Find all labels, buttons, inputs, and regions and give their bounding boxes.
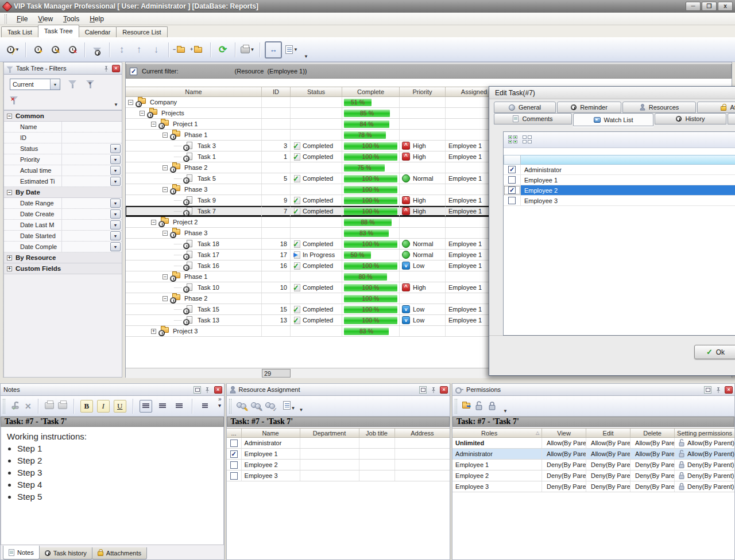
resource-row[interactable]: ✓Employee 2 [227, 460, 450, 470]
supervisor-checkbox[interactable]: ✓ [508, 166, 516, 173]
column-header-name[interactable]: Name [242, 429, 300, 437]
tab-attachments[interactable]: Attachments [92, 547, 147, 559]
chevron-down-icon[interactable]: ▼ [110, 220, 121, 230]
delete-task-icon[interactable]: ✕ [65, 42, 80, 58]
tab-resource-list[interactable]: Resource List [116, 26, 167, 37]
restore-panel-icon[interactable] [194, 386, 201, 394]
collapse-icon[interactable]: − [163, 133, 168, 138]
italic-button[interactable]: I [97, 400, 110, 413]
new-task-icon[interactable]: ╱▼ [6, 42, 21, 58]
chevron-down-icon[interactable]: ▼ [110, 231, 121, 240]
permission-cell[interactable]: Allow(By Parent) [675, 449, 734, 459]
filter-row-date-range[interactable]: Date Range▼ [4, 198, 122, 209]
permission-cell[interactable]: Deny(By Parent) [542, 460, 586, 470]
expand-all-icon[interactable]: + [191, 42, 206, 58]
toolbar-overflow-icon[interactable]: ▼ [299, 407, 304, 413]
supervisor-row[interactable]: ✓Employee 1 [504, 175, 735, 185]
permission-cell[interactable]: Deny(By Parent) [675, 470, 734, 481]
supervisor-row[interactable]: ✓Employee 2 [504, 185, 735, 196]
column-header-edit[interactable]: Edit [586, 429, 630, 437]
column-header-view[interactable]: View [542, 429, 586, 437]
menu-view[interactable]: View [33, 13, 58, 25]
expand-icon[interactable]: + [151, 329, 156, 334]
supervisor-checkbox[interactable]: ✓ [508, 176, 516, 184]
close-icon[interactable]: × [440, 386, 448, 394]
tab-task-list[interactable]: Task List [1, 26, 38, 37]
collapse-icon[interactable]: − [163, 274, 168, 279]
current-filter-checkbox[interactable]: ✓ [130, 68, 137, 75]
tab-general[interactable]: General [494, 102, 556, 113]
expand-icon[interactable]: + [7, 255, 12, 260]
toolbar-overflow-icon[interactable]: ▼ [304, 54, 308, 59]
permission-cell[interactable]: Deny(By Parent) [630, 470, 675, 481]
close-icon[interactable]: × [725, 386, 733, 394]
permission-cell[interactable]: Deny(By Parent) [586, 481, 630, 492]
save-filter-icon[interactable]: ▾ [86, 79, 94, 86]
filter-group-header[interactable]: −By Date [4, 187, 122, 198]
chevron-down-icon[interactable]: ▼ [110, 155, 121, 164]
copy-permissions-icon[interactable]: ➥ [462, 403, 470, 410]
filter-toolbar-overflow-icon[interactable]: ▼ [114, 102, 118, 107]
pin-icon[interactable] [204, 386, 211, 394]
column-header-delete[interactable]: Delete [630, 429, 675, 437]
supervisor-checkbox[interactable]: ✓ [508, 197, 516, 204]
tab-attachments[interactable]: Attachments [697, 102, 735, 113]
filter-group-header[interactable]: +By Resource [4, 252, 122, 263]
collapse-icon[interactable]: − [163, 165, 168, 170]
new-subtask-icon[interactable]: ✦ [30, 42, 45, 58]
permission-cell[interactable]: Allow(By Parent) [630, 449, 675, 459]
notes-content[interactable]: Working instructions: Step 1Step 2Step 3… [1, 427, 224, 545]
filter-tasks-icon[interactable] [90, 42, 105, 58]
delete-note-icon[interactable]: ✕ [25, 402, 32, 411]
expand-icon[interactable]: + [7, 266, 12, 271]
supervisor-checkbox[interactable]: ✓ [508, 186, 516, 194]
align-right-icon[interactable] [173, 400, 185, 413]
permission-row[interactable]: AdministratorAllow(By Parent)Allow(By Pa… [452, 449, 734, 460]
tab-comments[interactable]: Comments [494, 113, 572, 125]
pin-icon[interactable] [714, 386, 722, 394]
collapse-all-icon[interactable]: − [173, 42, 188, 58]
permission-cell[interactable]: Deny(By Parent) [630, 460, 675, 470]
check-all-icon[interactable] [508, 135, 518, 144]
move-up-icon[interactable]: ↑ [131, 42, 146, 58]
menu-file[interactable]: File [11, 13, 33, 25]
column-header-complete[interactable]: Complete [342, 87, 400, 96]
align-center-icon[interactable] [156, 400, 169, 413]
bullet-list-icon[interactable] [199, 400, 211, 413]
restore-button[interactable]: ❐ [702, 2, 717, 11]
collapse-icon[interactable]: − [163, 296, 168, 301]
bold-button[interactable]: B [80, 400, 93, 413]
filter-row-name[interactable]: Name [4, 122, 122, 133]
permission-cell[interactable]: Deny(By Parent) [542, 470, 586, 481]
chevron-down-icon[interactable]: ▼ [110, 199, 121, 208]
print-preview-icon[interactable] [45, 402, 54, 410]
collapse-icon[interactable]: − [151, 122, 156, 127]
column-header-roles[interactable]: Roles△ [452, 429, 542, 437]
permission-row[interactable]: Employee 1Deny(By Parent)Deny(By Parent)… [452, 460, 734, 470]
tab-task-tree[interactable]: Task Tree [38, 25, 79, 37]
pin-icon[interactable] [102, 65, 110, 72]
tab-notes[interactable]: Notes [3, 546, 40, 559]
chevron-down-icon[interactable]: ▼ [50, 79, 60, 90]
edit-task-icon[interactable]: ✎ [48, 42, 63, 58]
supervisor-row[interactable]: ✓Administrator [504, 165, 735, 175]
tab-history[interactable]: History [655, 113, 726, 125]
permission-cell[interactable]: Allow(By Parent) [630, 438, 675, 448]
approve-note-icon[interactable] [10, 401, 21, 411]
filter-row-date-comple[interactable]: Date Comple▼ [4, 242, 122, 252]
chevron-down-icon[interactable]: ▼ [110, 166, 121, 175]
toolbar-overflow-icon[interactable]: ▼ [503, 409, 508, 414]
column-header-id[interactable]: ID [262, 87, 291, 96]
filter-preset-select[interactable]: Current▼ [10, 79, 60, 90]
filter-row-date-create[interactable]: Date Create▼ [4, 209, 122, 220]
edit-assignment-icon[interactable]: ✎ [251, 402, 261, 410]
chevron-down-icon[interactable]: ▼ [110, 144, 121, 153]
permission-cell[interactable]: Deny(By Parent) [675, 481, 734, 492]
print-note-icon[interactable] [58, 402, 67, 410]
permission-cell[interactable]: Deny(By Parent) [542, 481, 586, 492]
resource-checkbox[interactable]: ✓ [230, 440, 238, 447]
permission-cell[interactable]: Deny(By Parent) [586, 460, 630, 470]
chevron-down-icon[interactable]: ▼ [110, 209, 121, 219]
restore-panel-icon[interactable] [704, 386, 711, 394]
permission-cell[interactable]: Allow(By Parent) [675, 438, 734, 448]
